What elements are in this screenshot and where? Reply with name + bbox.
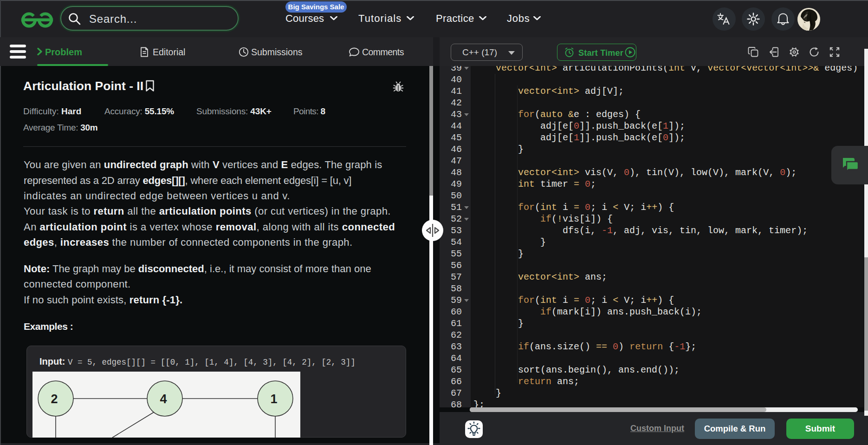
svg-text:1: 1 xyxy=(270,392,277,406)
svg-text:2: 2 xyxy=(51,392,58,406)
svg-text:4: 4 xyxy=(160,392,167,406)
